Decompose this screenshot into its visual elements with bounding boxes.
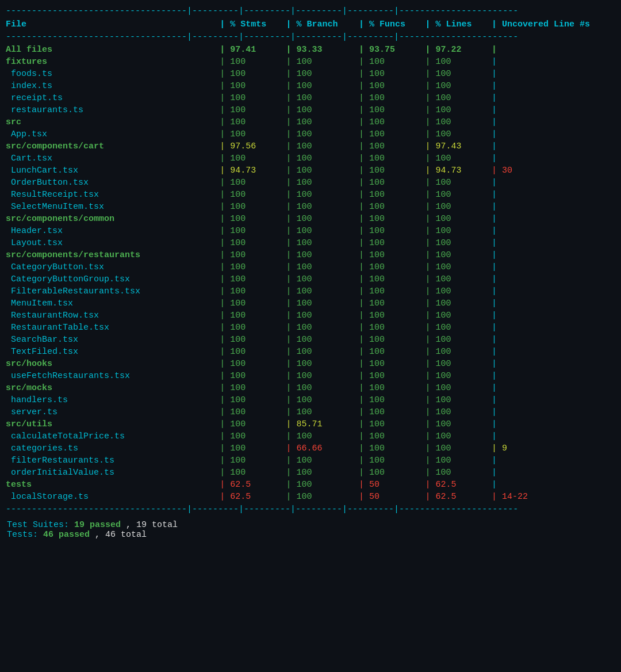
table-row: Cart.tsx| 100| 100| 100| 100| [2, 152, 619, 165]
separator-row: -----------------------------------|----… [2, 5, 619, 18]
header-row: File| % Stmts| % Branch| % Funcs| % Line… [2, 18, 619, 30]
table-row: restaurants.ts| 100| 100| 100| 100| [2, 104, 619, 116]
suites-passed: 19 passed [74, 520, 121, 530]
table-row: TextFiled.tsx| 100| 100| 100| 100| [2, 346, 619, 358]
coverage-table: -----------------------------------|----… [2, 5, 619, 517]
table-row: filterRestaurants.ts| 100| 100| 100| 100… [2, 455, 619, 467]
table-row: App.tsx| 100| 100| 100| 100| [2, 128, 619, 140]
tests-total: , 46 total [95, 530, 147, 540]
table-row: CategoryButtonGroup.tsx| 100| 100| 100| … [2, 273, 619, 285]
table-row: fixtures| 100| 100| 100| 100| [2, 56, 619, 68]
table-row: foods.ts| 100| 100| 100| 100| [2, 68, 619, 80]
table-row: SearchBar.tsx| 100| 100| 100| 100| [2, 334, 619, 346]
table-row: src/mocks| 100| 100| 100| 100| [2, 382, 619, 394]
table-row: src| 100| 100| 100| 100| [2, 116, 619, 128]
table-row: src/hooks| 100| 100| 100| 100| [2, 358, 619, 370]
table-row: CategoryButton.tsx| 100| 100| 100| 100| [2, 261, 619, 273]
table-row: src/components/common| 100| 100| 100| 10… [2, 213, 619, 225]
separator-row: -----------------------------------|----… [2, 30, 619, 44]
table-row: useFetchRestaurants.tsx| 100| 100| 100| … [2, 370, 619, 382]
table-row: handlers.ts| 100| 100| 100| 100| [2, 394, 619, 406]
summary-row: All files| 97.41| 93.33| 93.75| 97.22| [2, 44, 619, 56]
table-row: OrderButton.tsx| 100| 100| 100| 100| [2, 177, 619, 189]
footer-section: Test Suites: 19 passed , 19 total Tests:… [2, 517, 619, 542]
table-row: calculateTotalPrice.ts| 100| 100| 100| 1… [2, 430, 619, 442]
suites-label: Test Suites: [7, 520, 69, 530]
tests-passed: 46 passed [43, 530, 90, 540]
table-row: server.ts| 100| 100| 100| 100| [2, 406, 619, 418]
table-row: orderInitialValue.ts| 100| 100| 100| 100… [2, 467, 619, 479]
table-row: tests| 62.5| 100| 50| 62.5| [2, 479, 619, 491]
table-row: src/components/restaurants| 100| 100| 10… [2, 249, 619, 261]
table-row: Layout.tsx| 100| 100| 100| 100| [2, 237, 619, 249]
table-row: MenuItem.tsx| 100| 100| 100| 100| [2, 297, 619, 310]
table-row: LunchCart.tsx| 94.73| 100| 100| 94.73| 3… [2, 165, 619, 177]
table-row: ResultReceipt.tsx| 100| 100| 100| 100| [2, 189, 619, 201]
table-row: index.ts| 100| 100| 100| 100| [2, 80, 619, 92]
table-row: Header.tsx| 100| 100| 100| 100| [2, 225, 619, 237]
table-row: categories.ts| 100| 66.66| 100| 100| 9 [2, 442, 619, 455]
table-row: RestaurantTable.tsx| 100| 100| 100| 100| [2, 322, 619, 334]
table-row: SelectMenuItem.tsx| 100| 100| 100| 100| [2, 201, 619, 213]
test-suites-row: Test Suites: 19 passed , 19 total [7, 520, 614, 530]
tests-row: Tests: 46 passed , 46 total [7, 530, 614, 540]
table-row: receipt.ts| 100| 100| 100| 100| [2, 92, 619, 104]
table-row: src/utils| 100| 85.71| 100| 100| [2, 418, 619, 430]
suites-total: , 19 total [126, 520, 178, 530]
table-row: RestaurantRow.tsx| 100| 100| 100| 100| [2, 310, 619, 322]
separator-row: -----------------------------------|----… [2, 503, 619, 517]
terminal: -----------------------------------|----… [0, 0, 621, 547]
table-row: src/components/cart| 97.56| 100| 100| 97… [2, 140, 619, 152]
table-row: FilterableRestaurants.tsx| 100| 100| 100… [2, 285, 619, 297]
table-row: localStorage.ts| 62.5| 100| 50| 62.5| 14… [2, 491, 619, 503]
tests-label: Tests: [7, 530, 38, 540]
